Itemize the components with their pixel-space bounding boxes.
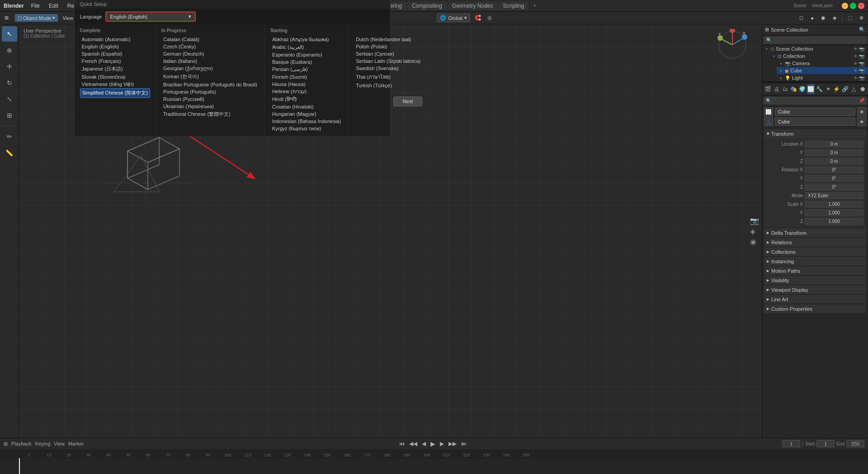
timeline-playhead[interactable] [19,458,20,474]
gizmo-button[interactable]: ⊕ [857,14,866,22]
eye-icon[interactable]: 👁 [854,47,858,52]
minimize-button[interactable]: — [842,3,848,9]
lang-abkhaz[interactable]: Abkhaz (Аҧсуа бызшәа) [270,36,343,43]
view-layer-props-icon[interactable]: 🗂 [781,84,789,94]
tab-scripting[interactable]: Scripting [499,2,529,10]
lang-hungarian[interactable]: Hungarian (Magyar) [270,110,343,118]
editor-type-icon[interactable]: ⊞ [4,441,8,447]
tool-measure[interactable]: 📏 [2,145,17,161]
lang-hausa[interactable]: Hausa (Hausa) [270,81,343,88]
render-icon[interactable]: 📷 [859,61,864,66]
lang-basque[interactable]: Basque (Euskara) [270,58,343,66]
object-name-field[interactable]: Cube [775,108,855,116]
view-menu-timeline[interactable]: View [54,441,65,446]
lang-german[interactable]: German (Deutsch) [161,50,259,57]
motion-paths-header[interactable]: ▸ Motion Paths [764,266,866,275]
maximize-button[interactable]: □ [850,3,856,9]
viewport-shading-render[interactable]: ◈ [830,14,839,22]
rotation-z-value[interactable]: 0° [805,184,863,190]
x-ray-icon[interactable]: ◉ [750,237,759,246]
rotation-x-value[interactable]: 0° [805,166,863,173]
lang-persian[interactable]: Persian (فارسی) [270,66,343,73]
particles-props-icon[interactable]: ✦ [824,84,832,94]
tool-transform[interactable]: ⊞ [2,108,17,123]
next-frame-button[interactable]: ▶▶ [448,440,458,448]
lang-hebrew[interactable]: Hebrew (עברית) [270,88,343,95]
lang-traditional-chinese[interactable]: Traditional Chinese (繁體中文) [161,110,259,118]
keying-menu[interactable]: Keying [35,441,51,446]
render-icon[interactable]: 📷 [859,76,864,81]
tool-annotate[interactable]: ✏ [2,129,17,144]
line-art-header[interactable]: ▸ Line Art [764,295,866,303]
lang-japanese[interactable]: Japanese (日本語) [80,65,150,73]
location-z-value[interactable]: 0 m [805,158,863,165]
tree-cube[interactable]: ▸ ◼ Cube 👁 📷 [777,67,868,74]
tree-collection[interactable]: ▾ ⊡ Collection 👁 📷 [769,52,868,60]
mesh-name-field[interactable]: Cube [775,118,855,126]
lang-simplified-chinese[interactable]: Simplified Chinese (简体中文) [80,88,150,98]
lang-vietnamese[interactable]: Vietnamese (tiếng Việt) [80,81,150,88]
end-frame-field[interactable]: 250 [846,440,864,447]
next-button[interactable]: Next [393,96,423,106]
close-button[interactable]: ✕ [858,3,864,9]
location-x-value[interactable]: 0 m [805,141,863,147]
proportional-button[interactable]: ◎ [485,14,495,22]
tool-select[interactable]: ↖ [2,26,17,42]
material-props-icon[interactable]: ⬟ [859,84,866,94]
eye-icon[interactable]: 👁 [854,76,858,81]
properties-search[interactable]: 🔍 📌 [764,97,867,104]
lang-croatian[interactable]: Croatian (Hrvatski) [270,103,343,110]
modifier-props-icon[interactable]: 🔧 [816,84,823,94]
editor-type-button[interactable]: ⊞ [2,14,11,22]
render-icon[interactable]: 📷 [859,54,864,59]
location-y-value[interactable]: 0 m [805,149,863,156]
lang-automatic[interactable]: Automatic (Automatic) [80,36,150,43]
lang-english[interactable]: English (English) [80,43,150,50]
lang-catalan[interactable]: Catalan (Català) [161,36,259,43]
viewport-gizmo[interactable]: X Y Z [717,29,748,62]
lang-french[interactable]: French (Français) [80,57,150,65]
scale-y-value[interactable]: 1.000 [805,209,863,216]
lang-dutch[interactable]: Dutch (Nederlandse taal) [354,36,422,43]
viewport-display-header[interactable]: ▸ Viewport Display [764,285,866,294]
filter-icon[interactable]: 🔍 [859,27,865,33]
delta-transform-header[interactable]: ▸ Delta Transform [764,228,866,237]
world-props-icon[interactable]: 🌍 [798,84,806,94]
object-props-icon[interactable]: ⬜ [807,84,815,94]
tree-camera[interactable]: ▸ 📷 Camera 👁 📷 [777,60,868,67]
custom-properties-header[interactable]: ▸ Custom Properties [764,304,866,313]
perspective-icon[interactable]: ◈ [750,227,759,236]
lang-ukrainian[interactable]: Ukrainian (Українська) [161,103,259,110]
timeline-tracks[interactable] [0,458,868,474]
tab-geometry-nodes[interactable]: Geometry Nodes [448,2,498,10]
prev-frame-button[interactable]: ◀◀ [408,440,418,448]
physics-props-icon[interactable]: ⚡ [833,84,840,94]
jump-start-button[interactable]: ⏮ [398,440,406,448]
menu-edit[interactable]: Edit [47,2,60,10]
lang-korean[interactable]: Korean (한국어) [161,72,259,81]
lang-swedish[interactable]: Swedish (Svenska) [354,65,422,72]
lang-indonesian[interactable]: Indonesian (Bahasa Indonesia) [270,118,343,125]
collections-header[interactable]: ▸ Collections [764,247,866,256]
jump-end-button[interactable]: ⏭ [460,440,467,448]
lang-serbian[interactable]: Serbian (Српски) [354,50,422,57]
lang-slovak[interactable]: Slovak (Slovenčina) [80,73,150,81]
constraints-props-icon[interactable]: 🔗 [841,84,849,94]
playback-menu[interactable]: Playback [11,441,32,446]
eye-icon[interactable]: 👁 [854,61,858,66]
language-dropdown[interactable]: English (English) ▾ [105,11,196,22]
lang-kyrgyz[interactable]: Kyrgyz (Кыргыз тили) [270,125,343,132]
tool-scale[interactable]: ⤡ [2,91,17,107]
data-props-icon[interactable]: △ [850,84,858,94]
menu-file[interactable]: File [29,2,42,10]
rotation-mode-value[interactable]: XYZ Euler [805,192,863,199]
prev-keyframe-button[interactable]: ◀ [421,440,427,448]
render-icon[interactable]: 📷 [859,68,864,73]
viewport-shading-material[interactable]: ◉ [818,14,828,22]
lang-thai[interactable]: Thai (ภาษาไทย) [354,72,422,82]
rotation-y-value[interactable]: 0° [805,175,863,182]
tree-light[interactable]: ▸ 💡 Light 👁 📷 [777,74,868,81]
global-dropdown[interactable]: 🌐 Global ▾ [437,14,470,22]
render-icon[interactable]: 📷 [859,47,864,52]
snap-button[interactable]: 🧲 [472,14,484,22]
